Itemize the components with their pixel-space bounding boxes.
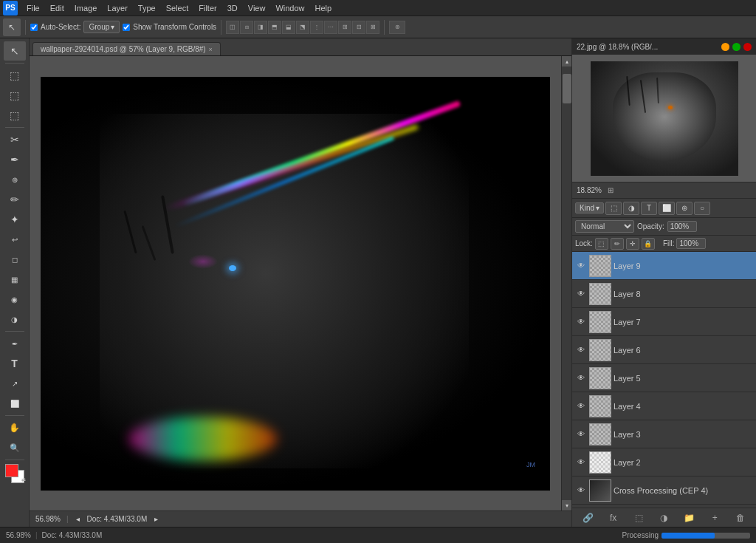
color-swatches[interactable]: ⇄ <box>4 464 26 483</box>
layer-cross-visibility[interactable]: 👁 <box>575 485 587 496</box>
lock-transparent-btn[interactable]: ⬚ <box>595 238 608 250</box>
menu-view[interactable]: View <box>244 2 270 14</box>
status-prev-btn[interactable]: ◂ <box>75 515 81 523</box>
gradient-tool[interactable]: ▦ <box>4 270 26 289</box>
lock-pixels-btn[interactable]: ✏ <box>611 238 624 250</box>
menu-type[interactable]: Type <box>134 2 160 14</box>
layer-filter-pixel-icon[interactable]: ⬚ <box>605 202 622 215</box>
align-top-icon[interactable]: ⬒ <box>268 21 281 34</box>
eraser-tool[interactable]: ◻ <box>4 250 26 269</box>
right-scrollbar[interactable]: ▴ ▾ <box>561 56 571 510</box>
align-center-h-icon[interactable]: ⧈ <box>240 21 253 34</box>
layer-7-visibility[interactable]: 👁 <box>575 316 587 328</box>
move-tool-icon[interactable]: ↖ <box>3 18 21 36</box>
layer-filter-shape-icon[interactable]: ⬜ <box>659 202 675 215</box>
auto-select-checkbox[interactable] <box>30 24 38 31</box>
align-right-icon[interactable]: ◨ <box>254 21 267 34</box>
lasso-tool[interactable]: ⬚ <box>4 86 26 105</box>
status-next-btn[interactable]: ▸ <box>153 515 159 523</box>
menu-edit[interactable]: Edit <box>46 2 69 14</box>
dist-h-icon[interactable]: ⋮ <box>310 21 323 34</box>
new-layer-btn[interactable]: + <box>707 511 723 525</box>
foreground-color-swatch[interactable] <box>5 464 18 477</box>
layer-5-visibility[interactable]: 👁 <box>575 372 587 384</box>
lock-all-btn[interactable]: 🔒 <box>642 238 655 250</box>
layer-row-3[interactable]: 👁 Layer 3 <box>572 420 756 448</box>
menu-3d[interactable]: 3D <box>223 2 242 14</box>
layer-row-6[interactable]: 👁 Layer 6 <box>572 336 756 364</box>
align-left-icon[interactable]: ◫ <box>226 21 239 34</box>
layer-row-9[interactable]: 👁 Layer 9 <box>572 252 756 280</box>
layer-row-8[interactable]: 👁 Layer 8 <box>572 280 756 308</box>
delete-layer-btn[interactable]: 🗑 <box>732 511 749 525</box>
menu-layer[interactable]: Layer <box>103 2 132 14</box>
new-adjustment-btn[interactable]: ◑ <box>656 511 672 525</box>
align-bottom-icon[interactable]: ⬔ <box>296 21 309 34</box>
auto-select-dropdown[interactable]: Group ▾ <box>83 21 120 33</box>
brush-tool[interactable]: ✏ <box>4 190 26 209</box>
blur-tool[interactable]: ◉ <box>4 290 26 309</box>
blend-mode-select[interactable]: Normal <box>575 220 634 233</box>
menu-window[interactable]: Window <box>271 2 309 14</box>
layer-4-visibility[interactable]: 👁 <box>575 400 587 412</box>
menu-filter[interactable]: Filter <box>194 2 221 14</box>
history-brush-tool[interactable]: ↩ <box>4 230 26 249</box>
layer-filter-toggle[interactable]: ○ <box>694 202 710 215</box>
new-group-btn[interactable]: 📁 <box>681 511 698 525</box>
layer-row-5[interactable]: 👁 Layer 5 <box>572 364 756 392</box>
show-transform-checkbox[interactable] <box>123 24 130 31</box>
kind-filter-btn[interactable]: Kind ▾ <box>575 202 604 214</box>
scroll-thumb[interactable] <box>563 74 571 103</box>
hand-tool[interactable]: ✋ <box>4 418 26 437</box>
layer-row-7[interactable]: 👁 Layer 7 <box>572 308 756 336</box>
pen-tool[interactable]: ✒ <box>4 334 26 353</box>
layer-filter-type-icon[interactable]: T <box>641 202 657 215</box>
layer-filter-smart-icon[interactable]: ⊛ <box>676 202 693 215</box>
scroll-up-arrow[interactable]: ▴ <box>562 56 572 66</box>
layer-8-visibility[interactable]: 👁 <box>575 288 587 300</box>
menu-help[interactable]: Help <box>311 2 337 14</box>
link-layers-btn[interactable]: 🔗 <box>580 511 596 525</box>
quick-select-tool[interactable]: ⬚ <box>4 106 26 125</box>
dist3-icon[interactable]: ⊞ <box>338 21 351 34</box>
layer-filter-adjust-icon[interactable]: ◑ <box>623 202 639 215</box>
menu-image[interactable]: Image <box>70 2 102 14</box>
layer-9-visibility[interactable]: 👁 <box>575 260 587 272</box>
auto-align-icon[interactable]: ⊛ <box>389 21 405 34</box>
dist4-icon[interactable]: ⊟ <box>352 21 365 34</box>
crop-tool[interactable]: ✂ <box>4 130 26 149</box>
rectangular-marquee-tool[interactable]: ⬚ <box>4 66 26 85</box>
add-mask-btn[interactable]: ⬚ <box>630 511 647 525</box>
layer-6-visibility[interactable]: 👁 <box>575 344 587 356</box>
clone-stamp-tool[interactable]: ✦ <box>4 210 26 229</box>
preview-maximize-btn[interactable] <box>732 43 740 51</box>
lock-position-btn[interactable]: ✛ <box>626 238 639 250</box>
opacity-input[interactable] <box>667 221 697 232</box>
shape-tool[interactable]: ⬜ <box>4 394 26 413</box>
menu-select[interactable]: Select <box>162 2 193 14</box>
layer-style-btn[interactable]: fx <box>605 511 622 525</box>
dist5-icon[interactable]: ⊠ <box>366 21 379 34</box>
zoom-icon[interactable]: ⊞ <box>608 186 614 194</box>
swap-colors-icon[interactable]: ⇄ <box>21 477 26 483</box>
canvas-tab-close[interactable]: × <box>209 46 213 53</box>
align-center-v-icon[interactable]: ⬓ <box>282 21 295 34</box>
layer-row-2[interactable]: 👁 Layer 2 <box>572 448 756 477</box>
preview-minimize-btn[interactable] <box>721 43 729 51</box>
eyedropper-tool[interactable]: ✒ <box>4 150 26 169</box>
layer-2-visibility[interactable]: 👁 <box>575 457 587 468</box>
preview-close-btn[interactable] <box>743 43 752 51</box>
canvas-tab[interactable]: wallpaper-2924014.psd @ 57% (Layer 9, RG… <box>32 42 221 55</box>
dodge-tool[interactable]: ◑ <box>4 310 26 329</box>
path-selection-tool[interactable]: ↗ <box>4 374 26 393</box>
text-tool[interactable]: T <box>4 354 26 373</box>
menu-file[interactable]: File <box>22 2 44 14</box>
layer-row-cross[interactable]: 👁 Cross Processing (CEP 4) <box>572 477 756 505</box>
layer-3-visibility[interactable]: 👁 <box>575 428 587 440</box>
dist-v-icon[interactable]: ⋯ <box>324 21 337 34</box>
move-tool[interactable]: ↖ <box>4 41 26 61</box>
zoom-tool[interactable]: 🔍 <box>4 438 26 457</box>
scroll-down-arrow[interactable]: ▾ <box>562 500 572 510</box>
fill-input[interactable] <box>676 238 706 249</box>
layer-row-4[interactable]: 👁 Layer 4 <box>572 392 756 420</box>
